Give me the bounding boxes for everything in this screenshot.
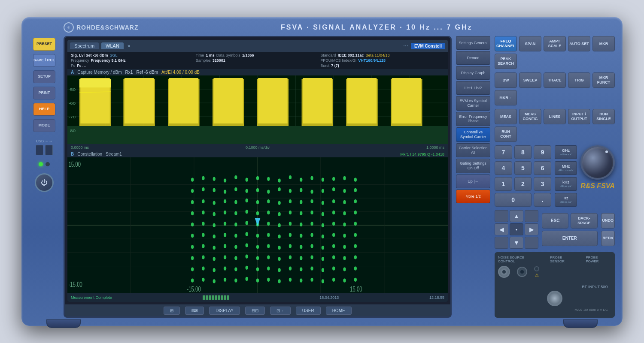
toolbar-split-button[interactable]: ⊟⊡ <box>245 307 265 315</box>
save-rcl-button[interactable]: SAVE / RCL <box>33 54 55 67</box>
unit-mhz-button[interactable]: MHzdBm ms mV <box>555 161 577 175</box>
nav-control-buttons: ESC BACK-SPACE ENTER <box>542 213 598 246</box>
svg-point-76 <box>300 188 302 192</box>
unit-hz-button[interactable]: HzdB ns nV <box>555 193 577 207</box>
key-8[interactable]: 8 <box>514 145 532 159</box>
menu-error-freq-phase[interactable]: Error Frequency Phase <box>456 112 490 126</box>
power-button[interactable]: ⏻ <box>35 173 54 192</box>
mkr-button[interactable]: MKR <box>592 36 615 51</box>
foot-right <box>563 319 598 328</box>
key-dot[interactable]: . <box>534 193 551 207</box>
tab-close-icon[interactable]: ✕ <box>127 44 131 48</box>
run-single-button[interactable]: RUN SINGLE <box>592 109 615 124</box>
toolbar-user-button[interactable]: USER <box>296 307 321 315</box>
svg-point-69 <box>224 190 226 194</box>
key-4[interactable]: 4 <box>495 161 512 175</box>
arrow-up-button[interactable]: ▲ <box>510 210 523 222</box>
sweep-button[interactable]: SWEEP <box>519 72 541 88</box>
lines-button[interactable]: LINES <box>544 109 566 124</box>
arrow-center-button[interactable]: ● <box>510 223 523 235</box>
menu-demod[interactable]: Demod <box>456 51 490 65</box>
mode-button[interactable]: MODE <box>33 119 55 132</box>
prog-seg-2 <box>206 295 208 300</box>
x-axis-bar: 0.0000 ms 0.1000 ms/div 1.0000 ms <box>67 144 448 151</box>
tab-wlan[interactable]: WLAN <box>101 42 124 49</box>
info-row-9: Burst 7 (7) <box>320 63 444 68</box>
svg-point-204 <box>300 279 302 283</box>
meas-config-button[interactable]: MEAS CONFIG <box>519 109 541 124</box>
key-7[interactable]: 7 <box>495 145 512 159</box>
mkr-arrow-button[interactable]: MKR→ <box>495 90 517 105</box>
print-button[interactable]: PRINT <box>33 87 55 99</box>
input-output-button[interactable]: INPUT / OUTPUT <box>568 109 590 124</box>
svg-point-134 <box>234 234 237 238</box>
unit-ghz-button[interactable]: GHz-dBm s V <box>555 145 577 159</box>
arrow-down-button[interactable]: ▼ <box>510 237 523 249</box>
measurement-status: Measurement Complete <box>71 295 112 300</box>
main-knob[interactable] <box>580 145 615 180</box>
undo-button[interactable]: UNDO <box>601 213 615 229</box>
menu-up[interactable]: Up |← <box>456 175 490 188</box>
menu-evm-symbol-carrier[interactable]: EVM vs Symbol Carrier <box>456 96 490 111</box>
menu-carrier-selection[interactable]: Carrier Selection All <box>456 143 490 158</box>
key-0[interactable]: 0 <box>495 193 532 207</box>
svg-point-84 <box>213 201 216 205</box>
evm-constell-button[interactable]: EVM Constell <box>411 43 445 49</box>
key-3[interactable]: 3 <box>534 177 551 191</box>
sgl-label: SGL <box>110 53 118 57</box>
freq-channel-button[interactable]: FREQ CHANNEL <box>495 36 517 51</box>
preset-button[interactable]: PRESET <box>33 38 55 51</box>
tab-spectrum[interactable]: Spectrum <box>70 42 99 49</box>
backspace-button[interactable]: BACK-SPACE <box>571 213 597 229</box>
svg-text:15.00: 15.00 <box>69 160 81 168</box>
ampt-scale-button[interactable]: AMPT SCALE <box>544 36 566 51</box>
key-5[interactable]: 5 <box>514 161 532 175</box>
auto-set-button[interactable]: AUTO SET <box>568 36 590 51</box>
setup-button[interactable]: SETUP <box>33 70 55 83</box>
peak-search-button[interactable]: PEAK SEARCH <box>495 54 517 69</box>
svg-point-136 <box>256 234 259 238</box>
arrow-pad-tr <box>525 210 538 222</box>
esc-button[interactable]: ESC <box>542 213 568 229</box>
menu-display-graph[interactable]: Display Graph <box>456 66 490 80</box>
redo-button[interactable]: REDo <box>601 231 615 246</box>
enter-button[interactable]: ENTER <box>542 231 598 246</box>
bw-button[interactable]: BW <box>495 72 517 88</box>
svg-point-59 <box>289 175 292 179</box>
toolbar-move-button[interactable]: ⊡→ <box>270 307 291 315</box>
toolbar-windows-button[interactable]: ⊞ <box>164 307 180 315</box>
arrow-left-button[interactable]: ◀ <box>495 223 508 235</box>
key-9[interactable]: 9 <box>534 145 551 159</box>
trace-button[interactable]: TRACE <box>544 72 566 88</box>
menu-constell-symbol-carrier[interactable]: Constell vs Symbol Carrier <box>456 127 490 142</box>
toolbar-keyboard-button[interactable]: ⌨ <box>185 307 204 315</box>
x-axis-right: 1.0000 ms <box>426 145 444 150</box>
span-button[interactable]: SPAN <box>519 36 541 51</box>
menu-list1-list2[interactable]: List1 List2 <box>456 81 490 95</box>
power-icon: ⏻ <box>41 179 48 187</box>
key-1[interactable]: 1 <box>495 177 512 191</box>
meas-button[interactable]: MEAS <box>495 109 517 124</box>
screen-menu-icon[interactable]: ⋯ <box>403 43 408 49</box>
toolbar-home-button[interactable]: HOME <box>326 307 352 315</box>
run-cont-button[interactable]: RUN CONT <box>495 126 517 142</box>
svg-point-164 <box>213 257 216 261</box>
trig-button[interactable]: TRIG <box>568 72 590 88</box>
samples-value: 320001 <box>213 58 225 63</box>
svg-point-95 <box>332 199 335 203</box>
toolbar-display-button[interactable]: DISPLAY <box>209 307 240 315</box>
key-2[interactable]: 2 <box>514 177 532 191</box>
menu-more[interactable]: More 1/2 <box>456 190 490 203</box>
svg-point-105 <box>267 211 270 214</box>
key-6[interactable]: 6 <box>534 161 551 175</box>
menu-settings-general[interactable]: Settings General <box>456 36 490 50</box>
svg-point-93 <box>310 199 313 203</box>
help-button[interactable]: HELP <box>33 103 55 116</box>
unit-khz-button[interactable]: kHzdB µs µV <box>555 177 577 191</box>
menu-gating-settings[interactable]: Gating Settings On Off <box>456 159 490 173</box>
svg-point-180 <box>213 268 216 272</box>
svg-point-127 <box>332 222 335 226</box>
svg-text:-60: -60 <box>69 101 76 105</box>
arrow-right-button[interactable]: ▶ <box>525 223 538 235</box>
mkr-funct-button[interactable]: MKR FUNCT <box>592 72 615 88</box>
